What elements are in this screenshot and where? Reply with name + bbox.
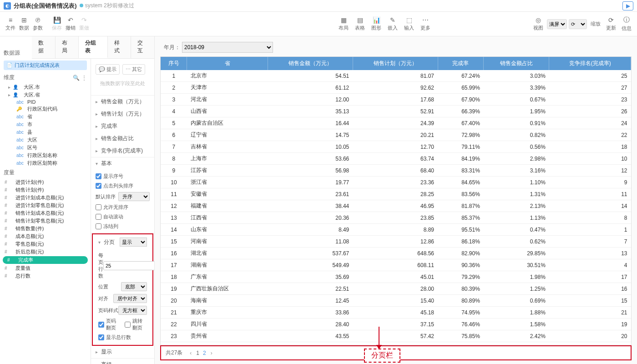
input-button[interactable]: ⬚输入 (402, 15, 416, 32)
dim-item[interactable]: abc市 (0, 121, 91, 128)
dim-item[interactable]: abc大区 (0, 136, 91, 144)
dim-item[interactable]: abc区号 (0, 144, 91, 152)
preview-button[interactable]: ▶ (622, 1, 633, 10)
measure-item[interactable]: #零售总额(元) (0, 240, 91, 248)
table-row: 17湖南省549.49608.1190.36%30.51%4 (161, 259, 631, 271)
config-field[interactable]: ▸销售计划（万元） (91, 108, 154, 120)
measure-item[interactable]: #进货计划成本总额(元) (0, 194, 91, 202)
tab-1[interactable]: 布局 (56, 36, 79, 58)
dims-menu-icon[interactable]: ⋮ (81, 75, 87, 81)
redo-button[interactable]: ↷重做 (77, 15, 91, 32)
tab-0[interactable]: 数据 (32, 36, 56, 58)
display-section[interactable]: ▸显示 (91, 346, 154, 358)
dims-head: 维度 🔍 ⋮ (0, 72, 91, 83)
measure-item[interactable]: #完成率 (3, 256, 88, 264)
measure-item[interactable]: #度量值 (0, 264, 91, 272)
params-button[interactable]: ℗参数 (31, 15, 45, 32)
table-header[interactable]: 销售金额（万元） (268, 57, 353, 70)
measure-item[interactable]: #总行数 (0, 272, 91, 280)
rows-per-page-input[interactable] (103, 261, 155, 270)
table-row: 20海南省12.4515.4080.89%0.69%15 (161, 295, 631, 307)
pager-next[interactable]: › (208, 350, 215, 356)
pager-prev[interactable]: ‹ (187, 350, 194, 356)
insert-button[interactable]: ✎嵌入 (386, 15, 399, 32)
measure-item[interactable]: #折后总额(元) (0, 248, 91, 256)
measure-item[interactable]: #成本总额(元) (0, 233, 91, 240)
scale-select[interactable]: 满屏 (547, 19, 567, 29)
undo-button[interactable]: ↶撤销 (64, 15, 77, 32)
pager-page[interactable]: 2 (201, 350, 208, 356)
dims-search-icon[interactable]: 🔍 (73, 75, 80, 81)
filter-month-select[interactable]: 2018-09 (182, 42, 273, 53)
basic-section[interactable]: ▾基本 (91, 157, 154, 170)
refresh-button[interactable]: ⟳更新 (604, 15, 618, 32)
advanced-section[interactable]: ▸高级 (91, 359, 154, 364)
measure-item[interactable]: #进货计划零售总额(元) (0, 202, 91, 209)
paging-display-select[interactable]: 显示 (120, 238, 147, 247)
dim-item[interactable]: abc行政区划名称 (0, 152, 91, 159)
table-row: 5内蒙古自治区16.4424.3967.40%0.91%24 (161, 117, 631, 129)
dim-item[interactable]: abc县 (0, 128, 91, 136)
tab-2[interactable]: 分组表 (79, 36, 107, 58)
tab-3[interactable]: 样式 (108, 36, 131, 58)
pager-page[interactable]: 1 (194, 350, 201, 356)
dim-item[interactable]: ▸👤大区.市 (0, 83, 91, 91)
table-header[interactable]: 完成率 (438, 57, 484, 70)
data-button[interactable]: ⊞数据 (17, 15, 31, 32)
table-header[interactable]: 省 (187, 57, 268, 70)
file-button[interactable]: ≡文件 (4, 15, 17, 32)
pager-align-select[interactable]: 居中对齐 (113, 294, 147, 303)
pager-style-select[interactable]: 无方框 (118, 306, 147, 315)
layout-button[interactable]: ▦布局 (337, 15, 350, 32)
dim-item[interactable]: abcPID (0, 99, 91, 105)
other-button[interactable]: ⋯其它 (122, 64, 145, 75)
config-field[interactable]: ▸销售金额占比 (91, 132, 154, 145)
jump-flip-check[interactable] (125, 322, 131, 328)
table-header[interactable]: 竞争排名(完成率) (549, 57, 631, 70)
measure-item[interactable]: #销售计划(件) (0, 186, 91, 194)
tip-button[interactable]: 💬提示 (96, 64, 120, 75)
show-seq-check[interactable] (96, 173, 101, 179)
info-button[interactable]: ⓘ信息 (620, 15, 633, 33)
datasource-item[interactable]: 📄门店计划完成情况表 (4, 61, 87, 70)
show-total-check[interactable] (98, 334, 104, 340)
save-button[interactable]: 💾保存 (50, 15, 64, 32)
pager-pos-select[interactable]: 底部 (121, 282, 147, 291)
config-field[interactable]: ▸完成率 (91, 120, 154, 132)
paging-section[interactable]: ▾分页 显示 (94, 235, 152, 249)
default-sort-select[interactable]: 升序 (118, 192, 150, 201)
table-row: 4山西省35.1352.9166.39%1.95%26 (161, 106, 631, 117)
measure-item[interactable]: #销售计划零售总额(元) (0, 217, 91, 225)
table-row: 1北京市54.5181.0767.24%3.03%25 (161, 70, 631, 82)
table-header[interactable]: 销售金额占比 (484, 57, 549, 70)
zoom-label: 缩放 (589, 20, 602, 28)
config-field[interactable]: ▸销售金额（万元） (91, 96, 154, 108)
tab-4[interactable]: 交互 (131, 36, 155, 58)
dim-item[interactable]: 🔑行政区划代码 (0, 105, 91, 113)
table-row: 2天津市61.1292.6265.99%3.39%27 (161, 82, 631, 94)
chart-button[interactable]: 📊图形 (369, 15, 383, 32)
dim-item[interactable]: abc省 (0, 113, 91, 121)
click-sort-check[interactable] (96, 183, 101, 189)
allow-unsort-check[interactable] (96, 204, 101, 210)
pager-total: 共27条 (166, 349, 182, 357)
zoom-select[interactable]: ⟳ (569, 19, 587, 29)
dim-item[interactable]: ▸👤大区.省 (0, 91, 91, 99)
measure-item[interactable]: #销售数量(件) (0, 225, 91, 233)
measure-item[interactable]: #进货计划(件) (0, 178, 91, 186)
table-header[interactable]: 销售计划（万元） (353, 57, 438, 70)
page-flip-check[interactable] (98, 322, 104, 328)
measure-item[interactable]: #销售计划成本总额(元) (0, 209, 91, 217)
tables-button[interactable]: ▤表格 (353, 15, 367, 32)
auto-scroll-check[interactable] (96, 214, 101, 220)
config-field[interactable]: ▸竞争排名(完成率) (91, 145, 154, 157)
freeze-col-check[interactable] (96, 223, 101, 229)
table-header[interactable]: 序号 (161, 57, 187, 70)
dim-item[interactable]: abc行政区划简称 (0, 159, 91, 167)
view-button[interactable]: ◎视图 (531, 15, 545, 32)
annotation-callout: 分页栏 (364, 349, 400, 363)
table-row: 10浙江省19.7723.3684.65%1.10%9 (161, 177, 631, 188)
filter-label: 年月： (164, 44, 180, 51)
more-button[interactable]: ⋯更多 (419, 15, 432, 32)
table-row: 9江苏省56.9868.4083.31%3.16%12 (161, 165, 631, 177)
